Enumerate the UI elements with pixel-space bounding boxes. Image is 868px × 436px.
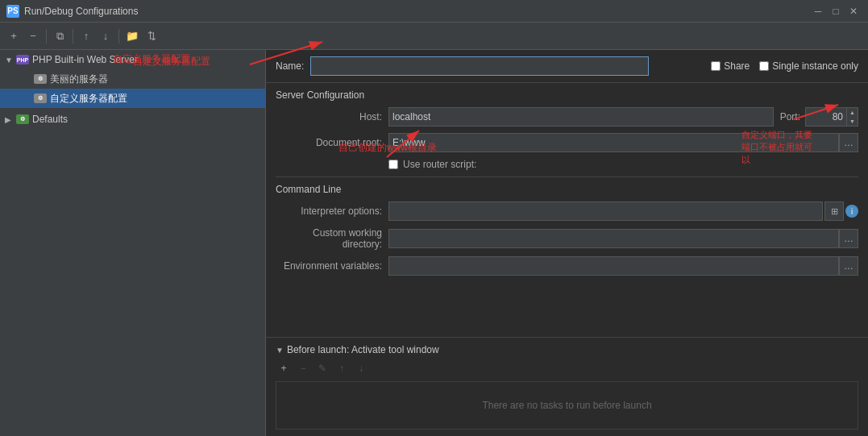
maximize-button[interactable]: □ [828,4,844,19]
before-launch-toolbar: + − ✎ ↑ ↓ [276,360,858,376]
host-input[interactable] [388,107,774,127]
info-icon[interactable]: i [845,205,858,218]
interpreter-label: Interpreter options: [276,206,388,217]
name-input[interactable] [310,56,649,76]
sort-button[interactable]: ⇅ [143,27,160,45]
single-instance-checkbox[interactable] [759,61,769,71]
name-options: Share Single instance only [711,60,858,72]
document-root-browse-button[interactable]: … [839,133,858,152]
name-label: Name: [276,60,304,72]
port-spinners: ▲ ▼ [846,108,858,126]
before-launch-add-button[interactable]: + [276,360,292,376]
port-group: Port: ▲ ▼ [780,107,858,127]
interpreter-input[interactable] [388,201,823,221]
env-vars-row: Environment variables: … [276,256,858,276]
port-up-button[interactable]: ▲ [847,108,858,117]
name-row: Name: Share Single instance only [266,50,868,83]
document-root-label: Document root: [276,137,388,148]
launch-empty-text: There are no tasks to run before launch [482,400,651,411]
move-down-button[interactable]: ↓ [97,27,114,45]
php-server-label: PHP Built-in Web Server [32,54,138,65]
port-label: Port: [780,111,800,122]
remove-button[interactable]: − [24,27,42,45]
separator-3 [118,29,119,44]
move-up-button[interactable]: ↑ [77,27,95,45]
single-instance-label: Single instance only [772,60,858,72]
expand-icon-4: ▶ [5,115,16,124]
working-dir-input[interactable] [388,229,839,248]
tree-custom-server[interactable]: ⚙ 自定义服务器配置 [0,89,265,108]
server-config-title: Server Configuration [276,89,858,101]
add-button[interactable]: + [5,27,23,45]
port-input[interactable] [806,108,846,126]
toolbar: + − ⧉ ↑ ↓ 📁 ⇅ [0,23,868,50]
php-icon: PHP [16,53,29,66]
router-row: Use router script: [276,159,858,170]
beautiful-server-label: 美丽的服务器 [50,73,108,86]
defaults-label: Defaults [32,114,68,125]
copy-button[interactable]: ⧉ [51,27,69,45]
share-group: Share [711,60,750,72]
section-divider-1 [276,176,858,177]
title-bar: PS Run/Debug Configurations ─ □ ✕ [0,0,868,23]
interpreter-browse-button[interactable]: ⊞ [824,201,844,221]
server-icon-2: ⚙ [34,92,47,105]
defaults-icon: ⚙ [16,113,29,126]
working-dir-label: Custom working directory: [276,227,388,250]
left-panel: ▼ PHP PHP Built-in Web Server ⚙ 美丽的服务器 [0,50,266,436]
before-launch-title: Before launch: Activate tool window [287,344,439,355]
port-input-wrap: ▲ ▼ [805,107,858,127]
env-vars-input[interactable] [388,256,839,276]
host-row: Host: Port: ▲ ▼ [276,107,858,127]
working-dir-browse-button[interactable]: … [839,229,858,248]
folder-button[interactable]: 📁 [123,27,141,45]
separator-2 [73,29,73,44]
right-panel: Name: Share Single instance only [266,50,868,436]
tree-php-server[interactable]: ▼ PHP PHP Built-in Web Server [0,50,265,69]
minimize-button[interactable]: ─ [810,4,826,19]
document-root-row: Document root: … [276,133,858,152]
config-section: Server Configuration Host: Port: ▲ ▼ [266,83,868,337]
interpreter-input-wrap: ⊞ i [388,201,858,221]
working-dir-row: Custom working directory: … [276,227,858,250]
router-label: Use router script: [403,159,476,170]
close-button[interactable]: ✕ [845,4,862,19]
title-bar-text: Run/Debug Configurations [24,6,810,17]
port-down-button[interactable]: ▼ [847,117,858,126]
env-vars-label: Environment variables: [276,260,388,272]
host-label: Host: [276,111,388,122]
tree-beautiful-server[interactable]: ⚙ 美丽的服务器 [0,69,265,89]
before-launch-remove-button[interactable]: − [295,360,311,376]
env-vars-browse-button[interactable]: … [839,256,858,276]
before-launch-edit-button[interactable]: ✎ [314,360,330,376]
custom-server-label: 自定义服务器配置 [50,92,127,106]
collapse-icon: ▼ [276,346,284,355]
before-launch-header[interactable]: ▼ Before launch: Activate tool window [276,344,858,355]
before-launch-section: ▼ Before launch: Activate tool window + … [266,337,868,436]
interpreter-row: Interpreter options: ⊞ i [276,201,858,221]
router-checkbox[interactable] [388,160,398,169]
tree-defaults[interactable]: ▶ ⚙ Defaults [0,110,265,129]
separator-1 [46,29,47,44]
command-line-title: Command Line [276,184,858,195]
share-checkbox[interactable] [711,61,721,71]
document-root-input[interactable] [388,133,839,152]
window-controls: ─ □ ✕ [810,4,862,19]
app-icon: PS [6,5,19,18]
server-icon-1: ⚙ [34,73,47,85]
single-instance-group: Single instance only [759,60,858,72]
before-launch-down-button[interactable]: ↓ [353,360,369,376]
before-launch-up-button[interactable]: ↑ [334,360,350,376]
launch-empty-area: There are no tasks to run before launch [276,381,858,430]
share-label: Share [724,60,750,72]
expand-icon: ▼ [5,56,16,64]
